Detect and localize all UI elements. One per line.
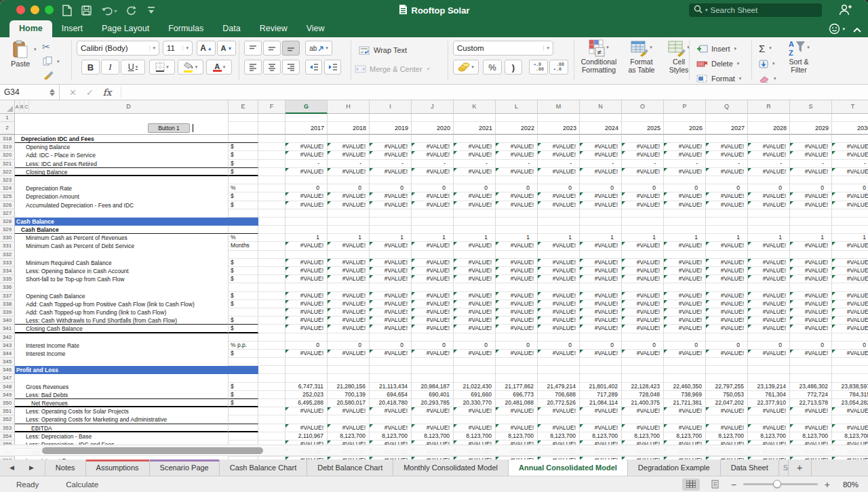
cell-J345[interactable] bbox=[412, 358, 454, 366]
cell-J328[interactable] bbox=[412, 218, 454, 226]
cell-T348[interactable]: 23,838,597 bbox=[832, 383, 868, 391]
cell-Q325[interactable]: #VALUE! bbox=[706, 192, 748, 201]
cell-N347[interactable] bbox=[580, 374, 622, 382]
fullscreen-button[interactable] bbox=[45, 5, 54, 14]
column-header-F[interactable]: F bbox=[258, 100, 285, 114]
cell-K342[interactable] bbox=[454, 333, 496, 342]
cell-Q318[interactable] bbox=[706, 135, 748, 143]
zoom-slider-thumb[interactable] bbox=[773, 480, 781, 488]
cell-H319[interactable]: #VALUE! bbox=[328, 143, 370, 151]
cell-unit-330[interactable]: % bbox=[229, 234, 258, 242]
cell-J343[interactable]: 0 bbox=[412, 342, 454, 350]
cell-I346[interactable] bbox=[370, 366, 412, 374]
cell-L336[interactable] bbox=[496, 283, 538, 291]
cell-Q334[interactable]: #VALUE! bbox=[706, 267, 748, 275]
cell-M330[interactable]: 1 bbox=[538, 234, 580, 242]
zoom-out-icon[interactable]: − bbox=[731, 479, 736, 490]
row-header-327[interactable]: 327 bbox=[0, 209, 15, 218]
cell-G353[interactable]: #VALUE! bbox=[285, 424, 328, 432]
cell-unit-351[interactable] bbox=[229, 407, 258, 415]
cell-unit-341[interactable]: $ bbox=[229, 325, 258, 333]
delete-cells-button[interactable]: Delete▾ bbox=[696, 56, 740, 71]
cell-J346[interactable] bbox=[412, 366, 454, 374]
cell-P347[interactable] bbox=[664, 374, 706, 382]
cell-Q335[interactable]: #VALUE! bbox=[706, 275, 748, 283]
cell-unit-325[interactable]: $ bbox=[229, 192, 258, 201]
increase-indent-button[interactable] bbox=[324, 60, 341, 75]
cell-S357[interactable]: #VALUE! bbox=[790, 457, 832, 459]
cell-Q347[interactable] bbox=[706, 374, 748, 382]
cell-H334[interactable]: #VALUE! bbox=[328, 267, 370, 275]
cell-I354[interactable]: 8,123,700 bbox=[370, 432, 412, 440]
cell-T344[interactable]: #VALUE! bbox=[832, 350, 868, 358]
cell-unit-343[interactable]: % p.p. bbox=[229, 342, 258, 350]
cell-S321[interactable]: - bbox=[790, 160, 832, 168]
cell-unit-326[interactable]: $ bbox=[229, 201, 258, 209]
cell-R348[interactable]: 23,139,214 bbox=[748, 383, 790, 391]
cell-S332[interactable] bbox=[790, 251, 832, 259]
font-name-select[interactable]: Calibri (Body)▾ bbox=[77, 41, 159, 56]
cell-G346[interactable] bbox=[285, 366, 328, 374]
cell-G350[interactable]: 6,495,288 bbox=[285, 399, 328, 407]
cell-F341[interactable] bbox=[258, 325, 285, 333]
cell-label-341[interactable]: Closing Cash Balance bbox=[15, 325, 229, 333]
cell-G318[interactable] bbox=[285, 135, 328, 143]
cell-unit-346[interactable] bbox=[229, 366, 258, 374]
cell-L353[interactable]: #VALUE! bbox=[496, 424, 538, 432]
format-as-table-button[interactable]: ▾ Formatas Table bbox=[623, 39, 660, 74]
cell-P330[interactable]: 1 bbox=[664, 234, 706, 242]
cell-L324[interactable]: 0 bbox=[496, 184, 538, 192]
cell-F354[interactable] bbox=[258, 432, 285, 440]
comma-format-button[interactable]: ) bbox=[505, 60, 522, 75]
cell-unit-333[interactable]: $ bbox=[229, 259, 258, 267]
cell-J329[interactable] bbox=[412, 226, 454, 234]
cell-K350[interactable]: 20,330,770 bbox=[454, 399, 496, 407]
cell-M335[interactable]: #VALUE! bbox=[538, 275, 580, 283]
cell-J353[interactable]: #VALUE! bbox=[412, 424, 454, 432]
sort-filter-button[interactable]: AZ▾ Sort &Filter bbox=[781, 39, 816, 74]
cell-L348[interactable]: 21,177,862 bbox=[496, 383, 538, 391]
cell-L343[interactable]: 0 bbox=[496, 342, 538, 350]
collapse-ribbon-icon[interactable] bbox=[853, 23, 861, 35]
cell-F351[interactable] bbox=[258, 407, 285, 415]
cell-L331[interactable]: #VALUE! bbox=[496, 242, 538, 250]
cell-O335[interactable]: #VALUE! bbox=[622, 275, 664, 283]
cell-J324[interactable]: 0 bbox=[412, 184, 454, 192]
cell-Q339[interactable]: #VALUE! bbox=[706, 308, 748, 316]
cell-N330[interactable]: 1 bbox=[580, 234, 622, 242]
cell-G341[interactable]: #VALUE! bbox=[285, 325, 328, 333]
cell-P342[interactable] bbox=[664, 333, 706, 342]
share-people-icon[interactable] bbox=[838, 4, 852, 18]
cell-Q332[interactable] bbox=[706, 251, 748, 259]
row-header-329[interactable]: 329 bbox=[0, 226, 15, 234]
cell-label-327[interactable] bbox=[15, 209, 229, 218]
cell-label-328[interactable]: Cash Balance bbox=[15, 218, 229, 226]
cell-J351[interactable]: #VALUE! bbox=[412, 407, 454, 415]
cell-F340[interactable] bbox=[258, 316, 285, 325]
cell-I340[interactable]: #VALUE! bbox=[370, 316, 412, 325]
cell-N319[interactable]: #VALUE! bbox=[580, 143, 622, 151]
cell-Q353[interactable]: #VALUE! bbox=[706, 424, 748, 432]
row-header-344[interactable]: 344 bbox=[0, 350, 15, 358]
cell-G320[interactable]: #VALUE! bbox=[285, 151, 328, 159]
cell-O325[interactable]: #VALUE! bbox=[622, 192, 664, 201]
italic-button[interactable]: I bbox=[101, 60, 119, 75]
cell-label-348[interactable]: Gross Revenues bbox=[15, 383, 229, 391]
cell-T341[interactable]: #VALUE! bbox=[832, 325, 868, 333]
cell-H336[interactable] bbox=[328, 283, 370, 291]
cell-N333[interactable]: #VALUE! bbox=[580, 259, 622, 267]
cell-T351[interactable]: #VALUE! bbox=[832, 407, 868, 415]
column-header-D[interactable]: D bbox=[29, 100, 229, 114]
name-box[interactable]: G34 bbox=[0, 85, 60, 100]
cell-P335[interactable]: #VALUE! bbox=[664, 275, 706, 283]
cell-K339[interactable]: #VALUE! bbox=[454, 308, 496, 316]
cell-J319[interactable]: #VALUE! bbox=[412, 143, 454, 151]
cell-S354[interactable]: 8,123,700 bbox=[790, 432, 832, 440]
cell-F336[interactable] bbox=[258, 283, 285, 291]
cell-unit-347[interactable] bbox=[229, 374, 258, 382]
cell-N341[interactable]: #VALUE! bbox=[580, 325, 622, 333]
cell-Q1[interactable] bbox=[706, 114, 748, 122]
percent-format-button[interactable]: % bbox=[483, 60, 502, 75]
cell-L330[interactable]: 1 bbox=[496, 234, 538, 242]
row-header-347[interactable]: 347 bbox=[0, 374, 15, 382]
